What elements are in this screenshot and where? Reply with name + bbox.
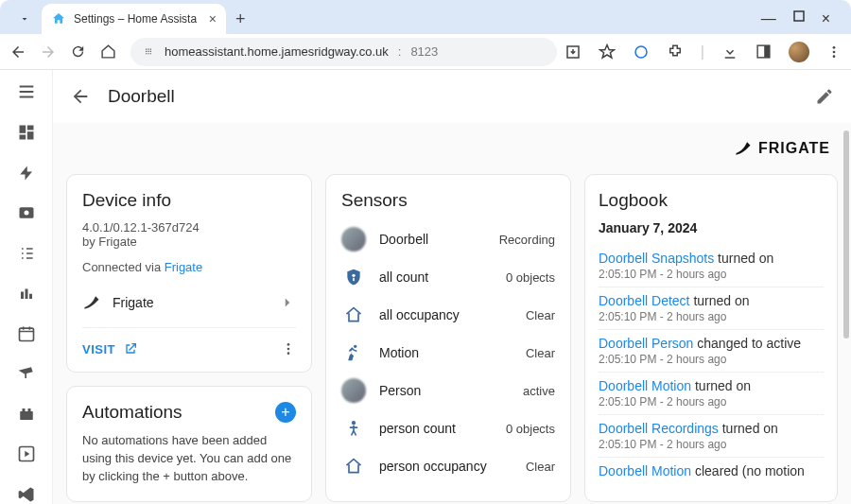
log-entity-link[interactable]: Doorbell Detect [599, 293, 690, 308]
reload-button[interactable] [70, 43, 93, 60]
sensor-name: all occupancy [379, 307, 460, 322]
log-entry: Doorbell Person changed to active2:05:10… [599, 329, 824, 372]
log-entry: Doorbell Detect turned on2:05:10 PM - 2 … [599, 287, 824, 329]
browser-tab[interactable]: Settings – Home Assista × [42, 4, 226, 34]
sensor-row[interactable]: all occupancyClear [341, 296, 555, 334]
history-icon[interactable] [15, 284, 38, 304]
logbook-nav-icon[interactable] [15, 244, 38, 264]
open-external-icon[interactable] [123, 341, 138, 356]
sensor-status: 0 objects [506, 270, 555, 285]
svg-rect-7 [19, 126, 26, 133]
energy-icon[interactable] [15, 164, 38, 183]
svg-rect-13 [21, 292, 24, 300]
shield-icon [341, 265, 366, 289]
automations-card: Automations + No automations have been a… [66, 386, 312, 502]
scrollbar[interactable] [843, 130, 849, 339]
integration-row[interactable]: Frigate [82, 287, 296, 328]
log-entity-link[interactable]: Doorbell Recordings [599, 421, 719, 436]
bookmark-icon[interactable] [599, 43, 616, 61]
device-version: 4.0.1/0.12.1-367d724 [82, 220, 296, 235]
tab-title: Settings – Home Assista [74, 12, 201, 26]
automations-empty-text: No automations have been added using thi… [82, 432, 296, 486]
edit-icon[interactable] [815, 87, 834, 106]
log-entry: Doorbell Snapshots turned on2:05:10 PM -… [599, 245, 824, 287]
sensor-status: 0 objects [506, 422, 555, 436]
sensor-status: Clear [526, 346, 555, 360]
svg-point-22 [287, 348, 290, 351]
log-entity-link[interactable]: Doorbell Motion [599, 378, 691, 393]
more-icon[interactable] [281, 341, 296, 356]
blur-icon [341, 227, 366, 252]
sensor-name: all count [379, 269, 428, 285]
install-app-icon[interactable] [564, 43, 582, 61]
sensor-name: Person [379, 383, 421, 398]
sensor-row[interactable]: MotionClear [341, 334, 555, 372]
log-entry-title: Doorbell Motion turned on [599, 378, 824, 393]
url-port: 8123 [410, 44, 438, 59]
menu-icon[interactable] [826, 44, 842, 60]
svg-point-27 [352, 421, 356, 425]
blur-icon [341, 378, 366, 403]
maximize-icon[interactable] [793, 10, 805, 27]
sensor-status: Clear [526, 460, 555, 474]
log-entry-title: Doorbell Person changed to active [599, 336, 824, 351]
frigate-logo-icon [734, 139, 753, 158]
svg-rect-8 [26, 126, 33, 130]
log-entity-link[interactable]: Doorbell Person [599, 336, 693, 351]
svg-point-1 [635, 46, 647, 58]
forward-button[interactable] [40, 43, 62, 61]
log-entity-link[interactable]: Doorbell Motion [599, 463, 691, 478]
log-entry-meta: 2:05:10 PM - 2 hours ago [599, 310, 824, 323]
hamburger-icon[interactable] [15, 81, 38, 102]
new-tab-button[interactable]: + [235, 9, 246, 29]
calendar-icon[interactable] [15, 324, 38, 344]
svg-rect-10 [19, 135, 26, 140]
close-icon[interactable]: × [822, 10, 830, 27]
visit-button[interactable]: VISIT [82, 342, 115, 356]
media-icon[interactable] [15, 444, 38, 464]
sensor-name: Doorbell [379, 232, 428, 247]
brand-name: FRIGATE [758, 140, 830, 157]
browser-chrome: Settings – Home Assista × + — × [0, 0, 851, 70]
sidepanel-icon[interactable] [755, 43, 772, 60]
svg-rect-9 [26, 131, 33, 139]
hacs-icon[interactable] [15, 405, 38, 425]
log-entry-title: Doorbell Motion cleared (no motion [599, 463, 824, 478]
home-button[interactable] [100, 43, 123, 60]
device-info-card: Device info 4.0.1/0.12.1-367d724 by Frig… [66, 174, 312, 373]
log-entity-link[interactable]: Doorbell Snapshots [599, 251, 714, 266]
site-settings-icon[interactable] [142, 45, 155, 59]
map-icon[interactable] [15, 203, 38, 223]
camera-icon[interactable] [15, 364, 38, 384]
svg-point-6 [833, 55, 836, 58]
sensor-status: active [523, 384, 555, 398]
page-title: Doorbell [108, 86, 175, 107]
sensor-row[interactable]: person occupancyClear [341, 447, 555, 485]
minimize-icon[interactable]: — [761, 10, 776, 27]
extension-pin-icon[interactable] [633, 43, 650, 61]
tab-search-dropdown[interactable] [8, 13, 42, 25]
back-arrow-icon[interactable] [70, 86, 91, 107]
dashboard-icon[interactable] [15, 123, 38, 143]
back-button[interactable] [9, 43, 32, 61]
sensor-row[interactable]: Personactive [341, 372, 555, 409]
svg-rect-25 [353, 278, 355, 281]
address-bar[interactable]: homeassistant.home.jamesridgway.co.uk:81… [130, 38, 557, 66]
run-icon [341, 340, 366, 365]
svg-rect-0 [794, 11, 804, 21]
integration-link[interactable]: Frigate [165, 260, 202, 274]
sensor-row[interactable]: DoorbellRecording [341, 220, 555, 258]
device-info-title: Device info [82, 190, 296, 211]
log-entry: Doorbell Motion turned on2:05:10 PM - 2 … [599, 372, 824, 414]
vscode-icon[interactable] [15, 485, 38, 505]
sensor-row[interactable]: person count0 objects [341, 409, 555, 447]
sensor-row[interactable]: all count0 objects [341, 258, 555, 296]
svg-point-4 [833, 46, 836, 49]
profile-avatar[interactable] [789, 42, 809, 62]
frigate-row-icon [82, 293, 101, 312]
svg-rect-14 [25, 289, 27, 300]
download-icon[interactable] [721, 43, 738, 61]
add-automation-button[interactable]: + [275, 402, 296, 423]
tab-close-icon[interactable]: × [209, 12, 217, 26]
extensions-icon[interactable] [667, 43, 684, 61]
